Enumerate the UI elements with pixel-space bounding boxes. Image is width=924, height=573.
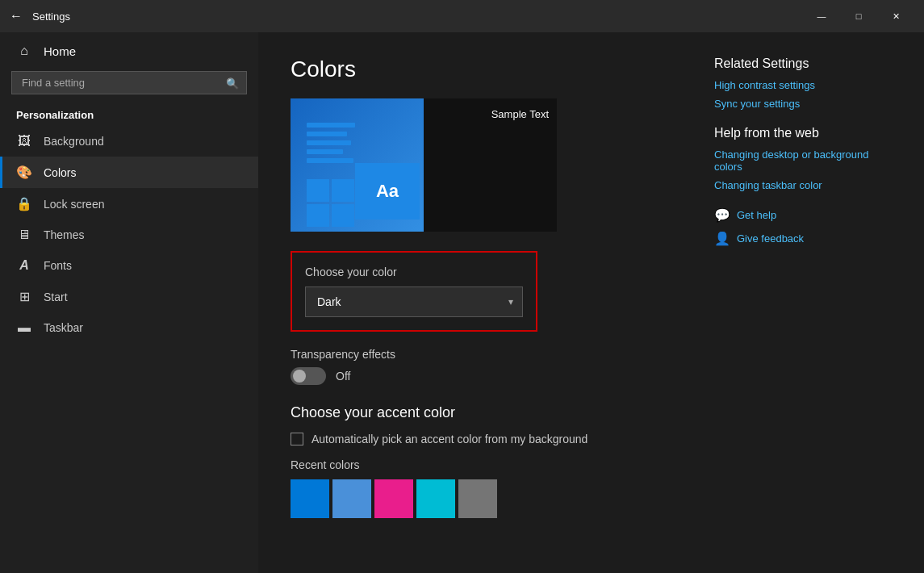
- change-taskbar-color-link[interactable]: Changing taskbar color: [714, 179, 892, 191]
- preview-tile-grid: [307, 179, 354, 227]
- home-label: Home: [44, 44, 76, 58]
- preview-dark-panel: Sample Text: [424, 98, 557, 232]
- swatch-4[interactable]: [458, 479, 497, 518]
- sidebar-section-title: Personalization: [0, 102, 258, 126]
- page-title: Colors: [291, 56, 682, 82]
- preview-tile: [332, 179, 354, 202]
- colors-icon: 🎨: [16, 165, 32, 180]
- accent-title: Choose your accent color: [291, 404, 682, 421]
- close-button[interactable]: ✕: [877, 0, 914, 32]
- content-main: Colors Aa Sample Text: [291, 56, 682, 557]
- sidebar-item-home[interactable]: ⌂ Home: [0, 36, 258, 66]
- transparency-label: Transparency effects: [291, 348, 682, 361]
- transparency-section: Transparency effects Off: [291, 348, 682, 385]
- sidebar-item-colors[interactable]: 🎨 Colors: [0, 157, 258, 188]
- sync-settings-link[interactable]: Sync your settings: [714, 98, 892, 110]
- preview-line-5: [307, 158, 353, 163]
- swatch-1[interactable]: [332, 479, 371, 518]
- content-area: Colors Aa Sample Text: [258, 32, 924, 573]
- maximize-button[interactable]: □: [840, 0, 877, 32]
- preview-tile: [307, 179, 329, 202]
- transparency-state: Off: [336, 370, 350, 383]
- sidebar-item-label: Colors: [44, 166, 76, 179]
- search-input[interactable]: [11, 71, 247, 94]
- sidebar-item-label: Fonts: [44, 259, 72, 272]
- sidebar-item-lock-screen[interactable]: 🔒 Lock screen: [0, 188, 258, 220]
- accent-auto-row: Automatically pick an accent color from …: [291, 433, 682, 445]
- themes-icon: 🖥: [16, 228, 32, 242]
- swatch-0[interactable]: [291, 479, 329, 518]
- choose-color-section: Choose your color Light Dark Custom ▾: [291, 251, 537, 332]
- sidebar-item-label: Background: [44, 135, 104, 148]
- toggle-row: Off: [291, 367, 682, 385]
- high-contrast-link[interactable]: High contrast settings: [714, 79, 892, 91]
- sidebar-item-themes[interactable]: 🖥 Themes: [0, 220, 258, 250]
- sidebar-item-label: Themes: [44, 228, 85, 241]
- back-button[interactable]: ←: [10, 9, 23, 23]
- preview-tile: [332, 204, 354, 227]
- recent-colors-title: Recent colors: [291, 458, 682, 471]
- lock-icon: 🔒: [16, 196, 32, 211]
- transparency-toggle[interactable]: [291, 367, 326, 385]
- preview-aa-box: Aa: [355, 163, 420, 220]
- background-icon: 🖼: [16, 134, 32, 148]
- swatch-2[interactable]: [374, 479, 413, 518]
- accent-section: Choose your accent color Automatically p…: [291, 404, 682, 518]
- sidebar-item-fonts[interactable]: A Fonts: [0, 250, 258, 281]
- accent-auto-checkbox[interactable]: [291, 433, 303, 445]
- color-swatches: [291, 479, 682, 518]
- preview-line-4: [307, 149, 343, 154]
- get-help-link[interactable]: Get help: [737, 209, 776, 221]
- preview-lines: [307, 123, 355, 163]
- get-help-icon: 💬: [714, 207, 730, 223]
- help-from-web-title: Help from the web: [714, 126, 892, 140]
- preview-line-3: [307, 140, 351, 145]
- preview-sample-text: Sample Text: [491, 108, 549, 120]
- sidebar-item-taskbar[interactable]: ▬ Taskbar: [0, 312, 258, 343]
- app-title: Settings: [32, 10, 803, 23]
- sidebar-item-label: Taskbar: [44, 321, 83, 334]
- sidebar-item-start[interactable]: ⊞ Start: [0, 281, 258, 312]
- change-desktop-colors-link[interactable]: Changing desktop or background colors: [714, 148, 892, 173]
- title-bar: ← Settings — □ ✕: [0, 0, 924, 32]
- toggle-knob: [293, 370, 306, 383]
- preview-line-1: [307, 123, 355, 128]
- window-controls: — □ ✕: [803, 0, 914, 32]
- sidebar-item-label: Lock screen: [44, 198, 104, 211]
- sidebar-item-background[interactable]: 🖼 Background: [0, 126, 258, 157]
- related-settings-title: Related Settings: [714, 56, 892, 71]
- main-layout: ⌂ Home 🔍 Personalization 🖼 Background 🎨 …: [0, 32, 924, 573]
- accent-auto-label: Automatically pick an accent color from …: [311, 433, 587, 445]
- related-settings-panel: Related Settings High contrast settings …: [714, 56, 892, 557]
- taskbar-icon: ▬: [16, 320, 32, 335]
- choose-color-label: Choose your color: [305, 266, 523, 278]
- start-icon: ⊞: [16, 289, 32, 304]
- get-help-row[interactable]: 💬 Get help: [714, 207, 892, 223]
- search-container: 🔍: [11, 71, 247, 94]
- help-actions: 💬 Get help 👤 Give feedback: [714, 207, 892, 246]
- sidebar: ⌂ Home 🔍 Personalization 🖼 Background 🎨 …: [0, 32, 258, 573]
- preview-tile: [307, 204, 329, 227]
- home-icon: ⌂: [16, 44, 32, 58]
- preview-line-2: [307, 132, 347, 136]
- give-feedback-icon: 👤: [714, 231, 730, 246]
- swatch-3[interactable]: [416, 479, 455, 518]
- sidebar-item-label: Start: [44, 291, 68, 303]
- color-preview: Aa Sample Text: [291, 98, 557, 232]
- give-feedback-row[interactable]: 👤 Give feedback: [714, 231, 892, 246]
- fonts-icon: A: [16, 258, 32, 273]
- minimize-button[interactable]: —: [803, 0, 840, 32]
- color-dropdown[interactable]: Light Dark Custom: [305, 286, 523, 317]
- search-icon: 🔍: [226, 77, 239, 89]
- give-feedback-link[interactable]: Give feedback: [737, 232, 804, 245]
- color-dropdown-wrapper: Light Dark Custom ▾: [305, 286, 523, 317]
